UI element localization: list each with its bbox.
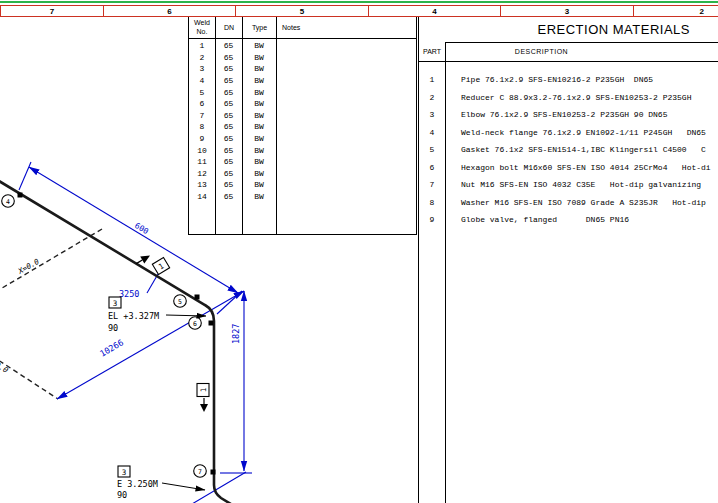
weld-no: 9: [189, 134, 215, 143]
ruler-cell-label: 4: [432, 7, 436, 16]
material-description: Gasket 76.1x2 SFS-EN1514-1,IBC Klingersi…: [445, 145, 706, 154]
material-description: Reducer C 88.9x3.2-76.1x2.9 SFS-EN10253-…: [445, 93, 691, 102]
ruler-cell-label: 3: [565, 7, 569, 16]
weld-tag-2: 5: [178, 298, 182, 306]
weld-dn: 65: [215, 111, 242, 120]
weld-dn: 65: [215, 180, 242, 189]
weld-no: 1: [189, 41, 215, 50]
weld-type: BW: [242, 134, 276, 143]
ruler-cell: 6: [104, 6, 236, 16]
material-part-number: 4: [419, 128, 445, 137]
dim-1827: 1827: [231, 324, 241, 344]
weld-tag-4: 7: [198, 468, 202, 476]
ruler-cell: 4: [369, 6, 501, 16]
ruler-cell-label: 2: [700, 7, 704, 16]
material-part-number: 5: [419, 145, 445, 154]
weld-type: BW: [242, 41, 276, 50]
dim-3250: 3250: [119, 289, 139, 299]
weld-tag-1: 4: [6, 198, 10, 206]
weld-no: 12: [189, 169, 215, 178]
material-description: Nut M16 SFS-EN ISO 4032 C35E Hot-dip gal…: [445, 180, 701, 189]
weld-type: BW: [242, 192, 276, 201]
weld-dn: 65: [215, 88, 242, 97]
erection-materials-title: ERECTION MATERIALS: [419, 16, 718, 42]
elevation-callout-bottom: 3 E 3.250M 90: [117, 466, 205, 500]
material-part-number: 1: [419, 75, 445, 84]
elevation-part-tag: 3: [122, 468, 127, 477]
ruler-cell-label: 7: [50, 7, 54, 16]
weld-dn: 65: [215, 41, 242, 50]
weld-row: 11 65 BW: [189, 156, 416, 168]
material-row: 1 Pipe 76.1x2.9 SFS-EN10216-2 P235GH DN6…: [419, 71, 718, 89]
ruler-cell: 5: [236, 6, 369, 16]
material-part-number: 8: [419, 198, 445, 207]
weld-dn: 65: [215, 134, 242, 143]
weld-no: 8: [189, 122, 215, 131]
dim-10266: 10266: [98, 337, 125, 358]
weld-points: [18, 193, 216, 475]
weld-type: BW: [242, 99, 276, 108]
material-description: Elbow 76.1x2.9 SFS-EN10253-2 P235GH 90 D…: [445, 110, 667, 119]
erection-materials-table: ERECTION MATERIALS PART DESCRIPTION 1 Pi…: [418, 16, 718, 503]
weld-no: 11: [189, 157, 215, 166]
material-row: 8 Washer M16 SFS-EN ISO 7089 Grade A S23…: [419, 194, 718, 212]
material-description: Hexagon bolt M16x60 SFS-EN ISO 4014 25Cr…: [445, 163, 711, 172]
weld-row: 12 65 BW: [189, 168, 416, 180]
weld-dn: 65: [215, 146, 242, 155]
material-description: Washer M16 SFS-EN ISO 7089 Grade A S235J…: [445, 198, 706, 207]
weld-row: 3 65 BW: [189, 63, 416, 75]
material-row: 7 Nut M16 SFS-EN ISO 4032 C35E Hot-dip g…: [419, 176, 718, 194]
material-row: 9 Globe valve, flanged DN65 PN16: [419, 211, 718, 229]
materials-items: 1 Pipe 76.1x2.9 SFS-EN10216-2 P235GH DN6…: [419, 71, 718, 229]
weld-type: BW: [242, 169, 276, 178]
weld-row: 7 65 BW: [189, 110, 416, 122]
weld-row: 1 65 BW: [189, 40, 416, 52]
axis-lines: [0, 229, 102, 399]
weld-dn: 65: [215, 122, 242, 131]
weld-no: 10: [189, 146, 215, 155]
elevation-text: E 3.250M: [117, 479, 158, 489]
weld-type: BW: [242, 157, 276, 166]
weld-dn: 65: [215, 169, 242, 178]
weld-row: 5 65 BW: [189, 86, 416, 98]
ruler-cell: 2: [634, 6, 718, 16]
material-row: 3 Elbow 76.1x2.9 SFS-EN10253-2 P235GH 90…: [419, 106, 718, 124]
material-description: Weld-neck flange 76.1x2.9 EN1092-1/11 P2…: [445, 128, 706, 137]
weld-dn: 65: [215, 99, 242, 108]
weld-row: 14 65 BW: [189, 191, 416, 203]
weld-row: 9 65 BW: [189, 133, 416, 145]
weld-type: BW: [242, 88, 276, 97]
material-row: 6 Hexagon bolt M16x60 SFS-EN ISO 4014 25…: [419, 159, 718, 177]
part-header: PART: [419, 42, 445, 61]
dn-header: DN: [216, 24, 242, 31]
drawing-sheet: X=0.0 Y=0.0 600 3250 10266 1827: [0, 0, 718, 503]
dim-600: 600: [133, 221, 150, 236]
weld-dn: 65: [215, 53, 242, 62]
notes-header: Notes: [282, 24, 300, 31]
material-part-number: 3: [419, 110, 445, 119]
material-description: Pipe 76.1x2.9 SFS-EN10216-2 P235GH DN65: [445, 75, 653, 84]
weld-row: 13 65 BW: [189, 179, 416, 191]
weld-no: 7: [189, 111, 215, 120]
weld-circles: 4 5 6 7: [2, 195, 207, 478]
weld-type: BW: [242, 76, 276, 85]
weld-row: 4 65 BW: [189, 75, 416, 87]
weld-row: 10 65 BW: [189, 144, 416, 156]
weld-type: BW: [242, 53, 276, 62]
ruler-cell: 7: [0, 6, 104, 16]
material-row: 5 Gasket 76.1x2 SFS-EN1514-1,IBC Klinger…: [419, 141, 718, 159]
weld-table: Weld No. DN Type Notes 1 65 BW 2 65 BW 3…: [188, 16, 417, 235]
weld-no: 6: [189, 99, 215, 108]
elevation-angle: 90: [117, 490, 127, 500]
ruler-cell-label: 6: [167, 7, 171, 16]
weld-no: 13: [189, 180, 215, 189]
part-tag-vertical: 1: [197, 384, 209, 413]
weld-dn: 65: [215, 64, 242, 73]
material-description: Globe valve, flanged DN65 PN16: [445, 215, 629, 224]
weld-no: 5: [189, 88, 215, 97]
sheet-border-green: [0, 1, 718, 3]
material-row: 2 Reducer C 88.9x3.2-76.1x2.9 SFS-EN1025…: [419, 89, 718, 107]
weld-no-header: Weld: [189, 19, 215, 26]
sheet-ruler: 765432: [0, 5, 718, 17]
material-part-number: 6: [419, 163, 445, 172]
